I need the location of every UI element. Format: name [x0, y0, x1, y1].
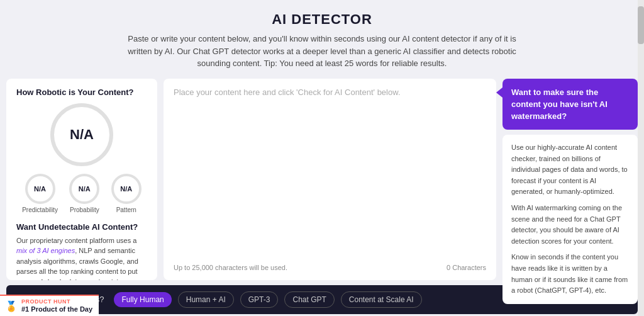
- left-panel-desc: Our proprietary content platform uses a …: [16, 235, 147, 280]
- pattern-circle: N/A: [111, 174, 142, 204]
- btn-fully-human[interactable]: Fully Human: [114, 292, 171, 307]
- medal-icon: 🏅: [5, 300, 18, 312]
- page-title: AI DETECTOR: [126, 11, 518, 28]
- probability-circle: N/A: [69, 174, 99, 204]
- sub-gauge-probability: N/A Probability: [69, 174, 99, 213]
- predictability-label: Predictability: [22, 206, 58, 213]
- probability-value: N/A: [79, 185, 91, 193]
- btn-human-ai[interactable]: Human + AI: [178, 291, 234, 308]
- right-panel-info: Use our highly-accurate AI content check…: [502, 135, 638, 304]
- want-undetectable-title: Want Undetectable AI Content?: [16, 222, 147, 232]
- ph-text: PRODUCT HUNT #1 Product of the Day: [21, 298, 92, 313]
- predictability-circle: N/A: [25, 174, 55, 204]
- probability-label: Probability: [70, 206, 99, 213]
- info-para-2: With AI watermarking coming on the scene…: [511, 203, 629, 247]
- content-row: How Robotic is Your Content? N/A N/A Pre…: [0, 79, 644, 280]
- research-highlight: research-backed: [16, 278, 71, 280]
- pattern-label: Pattern: [116, 206, 136, 213]
- header: AI DETECTOR Paste or write your content …: [0, 0, 644, 79]
- btn-chat-gpt[interactable]: Chat GPT: [284, 291, 334, 308]
- cta-text: Want to make sure the content you have i…: [511, 87, 608, 121]
- gauge-container: N/A: [16, 103, 147, 166]
- char-limit-label: Up to 25,000 characters will be used.: [174, 264, 287, 271]
- sub-gauge-predictability: N/A Predictability: [22, 174, 58, 213]
- main-gauge: N/A: [50, 103, 113, 166]
- middle-panel[interactable]: Place your content here and click 'Check…: [164, 79, 496, 280]
- predictability-value: N/A: [34, 185, 46, 193]
- btn-gpt3[interactable]: GPT-3: [240, 291, 279, 308]
- mix-highlight: mix of 3 AI engines: [16, 247, 75, 254]
- char-count-label: 0 Characters: [447, 264, 486, 271]
- sub-gauge-pattern: N/A Pattern: [111, 174, 142, 213]
- main-gauge-value: N/A: [70, 127, 94, 143]
- product-hunt-badge[interactable]: 🏅 PRODUCT HUNT #1 Product of the Day: [0, 295, 99, 316]
- main-container: AI DETECTOR Paste or write your content …: [0, 0, 644, 316]
- ph-label: PRODUCT HUNT: [21, 298, 92, 305]
- left-panel: How Robotic is Your Content? N/A N/A Pre…: [6, 79, 157, 280]
- btn-content-scale[interactable]: Content at Scale AI: [341, 291, 422, 308]
- scrollbar[interactable]: [638, 0, 644, 316]
- scrollbar-thumb[interactable]: [638, 6, 644, 44]
- right-panel: Want to make sure the content you have i…: [502, 79, 638, 280]
- textarea-placeholder: Place your content here and click 'Check…: [174, 87, 486, 259]
- ph-title: #1 Product of the Day: [21, 305, 92, 313]
- char-info-row: Up to 25,000 characters will be used. 0 …: [174, 264, 486, 271]
- pattern-value: N/A: [120, 185, 132, 193]
- header-description: Paste or write your content below, and y…: [126, 33, 518, 70]
- sub-gauges: N/A Predictability N/A Probability N/A P…: [16, 174, 147, 213]
- info-para-3: Know in seconds if the content you have …: [511, 252, 629, 296]
- right-panel-cta: Want to make sure the content you have i…: [502, 79, 638, 130]
- info-para-1: Use our highly-accurate AI content check…: [511, 142, 629, 198]
- left-panel-title: How Robotic is Your Content?: [16, 87, 147, 97]
